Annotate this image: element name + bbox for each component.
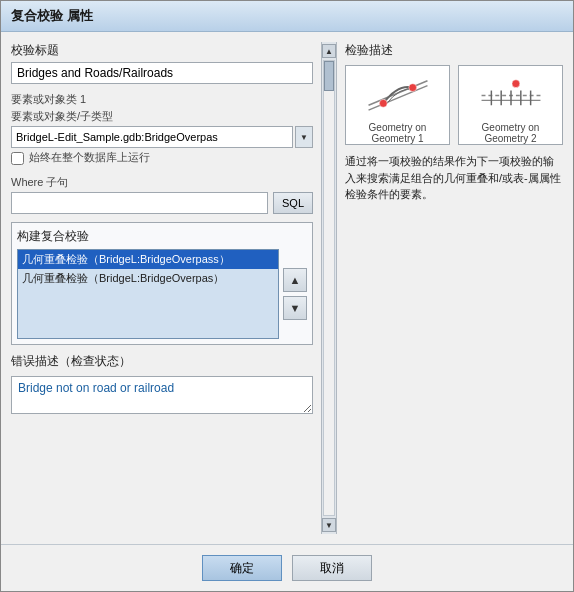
scroll-down-arrow[interactable]: ▼ <box>322 518 336 532</box>
error-section: 错误描述（检查状态） Bridge not on road or railroa… <box>11 353 313 414</box>
sql-button[interactable]: SQL <box>273 192 313 214</box>
geom2-box: Geometry onGeometry 2 <box>458 65 563 145</box>
left-panel: 校验标题 要素或对象类 1 要素或对象类/子类型 ▼ 始终在整个数据库上运行 W… <box>11 42 321 534</box>
check-title-section: 校验标题 <box>11 42 313 84</box>
geometry-diagrams: Geometry onGeometry 1 <box>345 65 563 145</box>
scroll-thumb <box>324 61 334 91</box>
desc-text: 通过将一项校验的结果作为下一项校验的输入来搜索满足组合的几何重叠和/或表-属属性… <box>345 153 563 203</box>
element-subtype-label: 要素或对象类/子类型 <box>11 109 313 124</box>
always-run-checkbox[interactable] <box>11 152 24 165</box>
right-panel: 检验描述 Geometry onGe <box>337 42 563 534</box>
scroll-track[interactable] <box>323 60 335 516</box>
geom1-box: Geometry onGeometry 1 <box>345 65 450 145</box>
build-section: 构建复合校验 几何重叠检验（BridgeL:BridgeOverpass） 几何… <box>11 222 313 345</box>
geom1-label: Geometry onGeometry 1 <box>369 122 427 144</box>
list-item[interactable]: 几何重叠检验（BridgeL:BridgeOverpass） <box>18 250 278 269</box>
scroll-divider: ▲ ▼ <box>321 42 337 534</box>
always-run-label: 始终在整个数据库上运行 <box>29 150 150 165</box>
dialog-title: 复合校验 属性 <box>11 8 93 23</box>
move-down-button[interactable]: ▼ <box>283 296 307 320</box>
geom2-label: Geometry onGeometry 2 <box>482 122 540 144</box>
svg-point-2 <box>379 99 387 107</box>
where-input[interactable] <box>11 192 268 214</box>
dialog-body: 校验标题 要素或对象类 1 要素或对象类/子类型 ▼ 始终在整个数据库上运行 W… <box>1 32 573 544</box>
check-list[interactable]: 几何重叠检验（BridgeL:BridgeOverpass） 几何重叠检验（Br… <box>17 249 279 339</box>
error-input[interactable]: Bridge not on road or railroad <box>11 376 313 414</box>
geom1-svg <box>363 66 433 120</box>
cancel-button[interactable]: 取消 <box>292 555 372 581</box>
combo-input[interactable] <box>11 126 293 148</box>
check-title-label: 校验标题 <box>11 42 313 59</box>
arrow-buttons: ▲ ▼ <box>283 249 307 339</box>
combo-row: ▼ <box>11 126 313 148</box>
desc-title: 检验描述 <box>345 42 563 59</box>
geom2-svg <box>476 66 546 120</box>
build-title: 构建复合校验 <box>17 228 307 245</box>
dialog: 复合校验 属性 校验标题 要素或对象类 1 要素或对象类/子类型 ▼ 始终在整个… <box>0 0 574 592</box>
check-title-input[interactable] <box>11 62 313 84</box>
where-label: Where 子句 <box>11 175 313 190</box>
dialog-footer: 确定 取消 <box>1 544 573 591</box>
ok-button[interactable]: 确定 <box>202 555 282 581</box>
always-run-row: 始终在整个数据库上运行 <box>11 150 313 167</box>
element-class-section: 要素或对象类 1 要素或对象类/子类型 ▼ 始终在整个数据库上运行 <box>11 92 313 167</box>
scroll-up-arrow[interactable]: ▲ <box>322 44 336 58</box>
svg-point-3 <box>408 84 416 92</box>
svg-point-11 <box>511 80 519 88</box>
element-class1-label: 要素或对象类 1 <box>11 92 313 107</box>
title-bar: 复合校验 属性 <box>1 1 573 32</box>
combo-arrow-icon[interactable]: ▼ <box>295 126 313 148</box>
where-row: SQL <box>11 192 313 214</box>
where-section: Where 子句 SQL <box>11 175 313 214</box>
error-label: 错误描述（检查状态） <box>11 353 313 370</box>
list-area: 几何重叠检验（BridgeL:BridgeOverpass） 几何重叠检验（Br… <box>17 249 307 339</box>
move-up-button[interactable]: ▲ <box>283 268 307 292</box>
list-item[interactable]: 几何重叠检验（BridgeL:BridgeOverpas） <box>18 269 278 288</box>
